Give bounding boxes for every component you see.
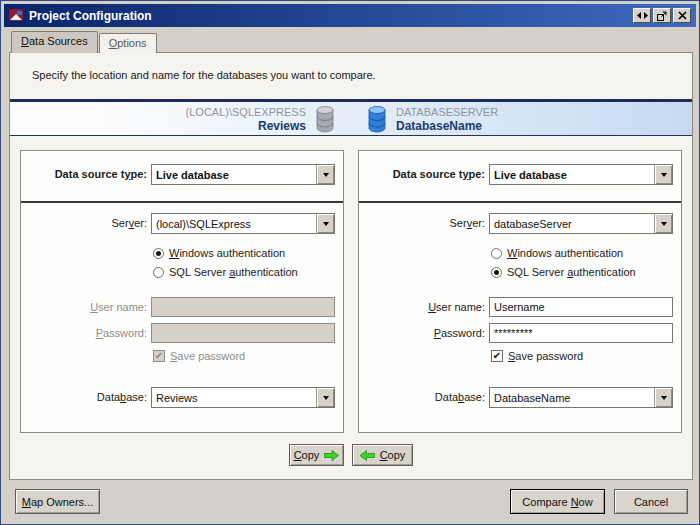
user-name-label: User name: bbox=[27, 297, 147, 318]
database-gray-icon bbox=[314, 105, 336, 133]
comparison-header-band: (LOCAL)\SQLEXPRESS Reviews DATABASESERVE… bbox=[10, 102, 692, 136]
left-server-name: (LOCAL)\SQLEXPRESS bbox=[128, 105, 306, 119]
titlebar: Project Configuration bbox=[4, 4, 696, 27]
compare-now-button[interactable]: Compare Now bbox=[510, 489, 605, 514]
left-save-password-checkbox: ✔ Save password bbox=[153, 349, 245, 363]
windows-auth-label: Windows authentication bbox=[169, 247, 285, 259]
right-windows-auth-radio[interactable]: Windows authentication bbox=[491, 246, 623, 260]
copy-to-left-button[interactable]: Copy bbox=[352, 444, 413, 466]
window-title: Project Configuration bbox=[29, 9, 631, 23]
dropdown-arrow-icon[interactable] bbox=[654, 388, 672, 407]
panel-separator bbox=[21, 201, 343, 203]
right-datasource-panel: Data source type: Live database Server: … bbox=[358, 150, 682, 433]
cancel-label: Cancel bbox=[634, 496, 668, 508]
collapse-icon bbox=[637, 12, 648, 19]
tab-data-sources[interactable]: Data Sources bbox=[11, 31, 98, 53]
sql-auth-label: SQL Server authentication bbox=[169, 266, 298, 278]
dropdown-arrow-icon[interactable] bbox=[654, 165, 672, 184]
right-database-summary: DATABASESERVER DatabaseName bbox=[396, 105, 574, 133]
right-database-name: DatabaseName bbox=[396, 119, 574, 133]
cancel-button[interactable]: Cancel bbox=[614, 489, 688, 514]
left-database-summary: (LOCAL)\SQLEXPRESS Reviews bbox=[128, 105, 306, 133]
database-label: Database: bbox=[27, 387, 147, 408]
left-datasource-panel: Data source type: Live database Server: … bbox=[20, 150, 344, 433]
left-database-select[interactable]: Reviews bbox=[151, 387, 335, 408]
right-user-name-input[interactable] bbox=[489, 297, 673, 317]
left-password-input bbox=[151, 323, 335, 343]
selected-value: Reviews bbox=[156, 392, 198, 404]
close-button[interactable] bbox=[673, 8, 691, 23]
selected-value: Live database bbox=[156, 169, 229, 181]
selected-value: (local)\SQLExpress bbox=[156, 218, 251, 230]
right-password-input[interactable] bbox=[489, 323, 673, 343]
left-windows-auth-radio[interactable]: Windows authentication bbox=[153, 246, 285, 260]
left-user-name-input bbox=[151, 297, 335, 317]
right-data-source-type-select[interactable]: Live database bbox=[489, 164, 673, 185]
map-owners-button[interactable]: Map Owners... bbox=[15, 489, 100, 514]
tabstrip: Data Sources Options bbox=[11, 32, 158, 53]
close-icon bbox=[678, 11, 687, 20]
left-data-source-type-select[interactable]: Live database bbox=[151, 164, 335, 185]
dropdown-arrow-icon[interactable] bbox=[654, 214, 672, 233]
data-source-type-label: Data source type: bbox=[27, 164, 147, 185]
save-password-label: Save password bbox=[508, 350, 583, 362]
copy-label: Copy bbox=[294, 449, 320, 461]
data-sources-tabpage: Specify the location and name for the da… bbox=[9, 52, 693, 480]
right-save-password-checkbox[interactable]: ✔ Save password bbox=[491, 349, 583, 363]
copy-label: Copy bbox=[380, 449, 406, 461]
radio-selected-icon bbox=[491, 267, 502, 278]
check-icon: ✔ bbox=[153, 350, 165, 362]
database-blue-icon bbox=[366, 105, 388, 133]
maximize-button[interactable] bbox=[653, 8, 671, 23]
compare-now-label: Compare Now bbox=[522, 496, 592, 508]
data-source-type-label: Data source type: bbox=[365, 164, 485, 185]
sql-auth-label: SQL Server authentication bbox=[507, 266, 636, 278]
password-label: Password: bbox=[27, 323, 147, 344]
right-server-select[interactable]: databaseServer bbox=[489, 213, 673, 234]
radio-dot-icon bbox=[494, 270, 499, 275]
left-database-name: Reviews bbox=[128, 119, 306, 133]
panel-separator bbox=[359, 201, 681, 203]
selected-value: Live database bbox=[494, 169, 567, 181]
left-server-select[interactable]: (local)\SQLExpress bbox=[151, 213, 335, 234]
copy-right-arrow-icon bbox=[324, 450, 339, 461]
radio-selected-icon bbox=[153, 248, 164, 259]
copy-left-arrow-icon bbox=[360, 450, 375, 461]
database-label: Database: bbox=[365, 387, 485, 408]
selected-value: databaseServer bbox=[494, 218, 572, 230]
instruction-text: Specify the location and name for the da… bbox=[32, 69, 376, 81]
left-sql-auth-radio[interactable]: SQL Server authentication bbox=[153, 265, 298, 279]
server-label: Server: bbox=[365, 213, 485, 234]
app-icon bbox=[9, 9, 24, 22]
check-icon: ✔ bbox=[491, 350, 503, 362]
project-configuration-dialog: Project Configuration Data Sources Optio… bbox=[0, 0, 700, 525]
selected-value: DatabaseName bbox=[494, 392, 570, 404]
right-sql-auth-radio[interactable]: SQL Server authentication bbox=[491, 265, 636, 279]
right-database-select[interactable]: DatabaseName bbox=[489, 387, 673, 408]
radio-unselected-icon bbox=[153, 267, 164, 278]
server-label: Server: bbox=[27, 213, 147, 234]
dropdown-arrow-icon[interactable] bbox=[316, 214, 334, 233]
copy-to-right-button[interactable]: Copy bbox=[289, 444, 344, 466]
radio-dot-icon bbox=[156, 251, 161, 256]
radio-unselected-icon bbox=[491, 248, 502, 259]
map-owners-label: Map Owners... bbox=[22, 496, 94, 508]
dropdown-arrow-icon[interactable] bbox=[316, 165, 334, 184]
windows-auth-label: Windows authentication bbox=[507, 247, 623, 259]
collapse-button[interactable] bbox=[633, 8, 651, 23]
save-password-label: Save password bbox=[170, 350, 245, 362]
tab-options[interactable]: Options bbox=[99, 33, 157, 53]
dropdown-arrow-icon[interactable] bbox=[316, 388, 334, 407]
password-label: Password: bbox=[365, 323, 485, 344]
maximize-icon bbox=[657, 11, 667, 21]
right-server-name: DATABASESERVER bbox=[396, 105, 574, 119]
user-name-label: User name: bbox=[365, 297, 485, 318]
